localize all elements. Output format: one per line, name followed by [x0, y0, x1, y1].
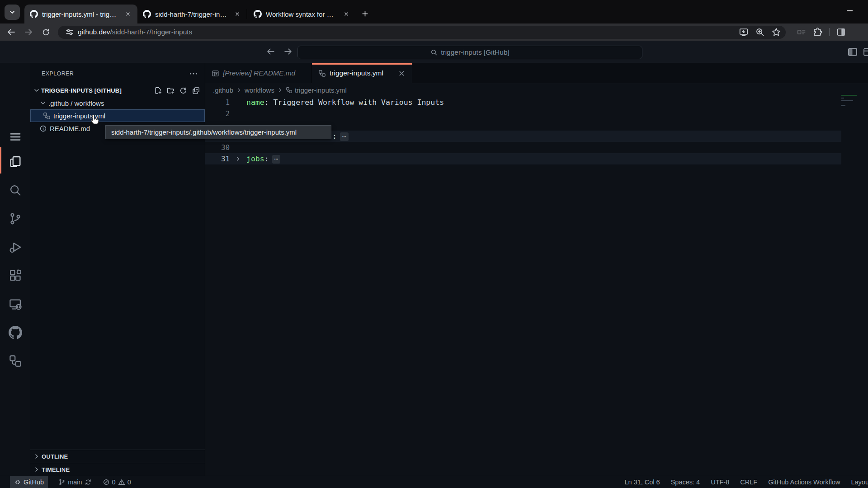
info-icon: [39, 125, 47, 132]
back-arrow-icon: [7, 28, 16, 37]
url-path: /sidd-harth-7/trigger-inputs: [110, 28, 193, 36]
minimize-icon: [847, 10, 853, 11]
outline-label: OUTLINE: [42, 453, 68, 460]
sidebar-item-github[interactable]: [0, 318, 30, 347]
refresh-icon[interactable]: [179, 86, 188, 95]
chevron-down-icon: [9, 9, 16, 16]
cursor-position[interactable]: Ln 31, Col 6: [620, 479, 664, 486]
vscode-titlebar: trigger-inputs [GitHub]: [0, 41, 868, 63]
explorer-section-header[interactable]: TRIGGER-INPUTS [GITHUB]: [30, 84, 205, 97]
explorer-header: EXPLORER: [30, 63, 205, 84]
menu-button[interactable]: [0, 127, 30, 147]
sidebar-item-explorer[interactable]: [0, 147, 30, 176]
github-favicon: [254, 10, 262, 18]
tab-search-button[interactable]: [5, 5, 20, 20]
minimap[interactable]: [841, 93, 857, 108]
hand-cursor: [89, 113, 102, 127]
editor-nav-back-button[interactable]: [266, 47, 276, 56]
workflow-file-icon: [286, 87, 292, 94]
timeline-section[interactable]: TIMELINE: [30, 463, 205, 476]
language-mode[interactable]: GitHub Actions Workflow: [764, 479, 844, 486]
close-icon: [235, 11, 240, 17]
breadcrumb-item[interactable]: trigger-inputs.yml: [295, 86, 347, 94]
sidebar-item-source-control[interactable]: [0, 204, 30, 233]
site-settings-icon: [65, 28, 74, 37]
workflow-icon: [9, 354, 22, 368]
toolbar-right-icons: [790, 27, 846, 37]
editor-tab-trigger-inputs[interactable]: trigger-inputs.yml: [312, 63, 412, 83]
tab-close-button[interactable]: [342, 10, 350, 18]
file-path-tooltip: sidd-harth-7/trigger-inputs/.github/work…: [105, 125, 331, 139]
layout-control[interactable]: Layout: [846, 479, 868, 486]
zoom-icon[interactable]: [755, 27, 765, 37]
browser-tab-title: sidd-harth-7/trigger-inputs: [155, 10, 229, 18]
address-bar[interactable]: github.dev/sidd-harth-7/trigger-inputs: [58, 26, 786, 39]
sidebar-item-github-actions[interactable]: [0, 347, 30, 375]
new-folder-icon[interactable]: [166, 86, 175, 95]
code-line-30[interactable]: 30: [205, 142, 868, 153]
tab-close-button[interactable]: [124, 10, 132, 18]
new-file-icon[interactable]: [154, 86, 162, 95]
indentation-setting[interactable]: Spaces: 4: [666, 479, 705, 486]
new-tab-button[interactable]: [359, 7, 371, 20]
tab-close-button[interactable]: [233, 10, 241, 18]
toggle-panel-layout-icon[interactable]: [847, 47, 858, 57]
warning-count: 0: [127, 479, 131, 486]
browser-tab-2[interactable]: sidd-harth-7/trigger-inputs: [137, 5, 246, 23]
sidebar-item-remote-explorer[interactable]: [0, 290, 30, 318]
install-app-icon[interactable]: [739, 27, 749, 37]
files-icon: [9, 155, 22, 169]
customize-layout-icon[interactable]: [863, 47, 868, 57]
git-branch-icon: [58, 479, 66, 486]
command-center-label: trigger-inputs [GitHub]: [441, 48, 509, 56]
outline-section[interactable]: OUTLINE: [30, 450, 205, 463]
tree-file-trigger-inputs[interactable]: trigger-inputs.yml: [30, 109, 205, 122]
branch-label: main: [68, 479, 82, 486]
browser-back-button[interactable]: [5, 26, 17, 38]
collapse-all-icon[interactable]: [192, 86, 200, 95]
folded-code-ellipsis[interactable]: ⋯: [272, 155, 281, 164]
problems-indicator[interactable]: 0 0: [99, 476, 135, 488]
sidebar-item-search[interactable]: [0, 176, 30, 204]
editor-tab-readme-preview[interactable]: [Preview] README.md: [205, 63, 312, 83]
status-bar: GitHub main 0 0 Ln 31, Col 6 Spaces: 4 U…: [0, 476, 868, 488]
remote-indicator[interactable]: GitHub: [10, 476, 48, 488]
extensions-puzzle-icon[interactable]: [813, 27, 823, 37]
tab-separator: [247, 9, 247, 19]
extensions-icon: [9, 269, 22, 282]
workflow-file-icon: [43, 112, 51, 120]
command-center-search[interactable]: trigger-inputs [GitHub]: [297, 46, 642, 59]
side-panel-icon[interactable]: [836, 27, 846, 37]
chevron-right-icon: [33, 466, 40, 473]
search-icon: [430, 49, 438, 56]
folded-code-ellipsis[interactable]: ⋯: [340, 132, 349, 141]
encoding-setting[interactable]: UTF-8: [706, 479, 734, 486]
tree-folder-github-workflows[interactable]: .github / workflows: [30, 97, 205, 109]
editor-nav-forward-button[interactable]: [283, 47, 293, 56]
back-arrow-icon: [266, 47, 275, 56]
file-label: README.md: [50, 125, 90, 132]
github-favicon: [143, 10, 151, 18]
breadcrumb-item[interactable]: .github: [213, 86, 233, 94]
browser-reload-button[interactable]: [40, 26, 52, 38]
breadcrumb-item[interactable]: workflows: [245, 86, 274, 94]
activity-bar: 1: [0, 63, 30, 476]
tab-groups-icon[interactable]: [797, 27, 807, 37]
more-actions-icon[interactable]: [189, 69, 198, 79]
sidebar-item-extensions[interactable]: [0, 261, 30, 290]
browser-forward-button[interactable]: [23, 26, 34, 38]
bookmark-star-icon[interactable]: [771, 27, 781, 37]
browser-tab-active[interactable]: trigger-inputs.yml - trigger-inp: [24, 5, 137, 23]
code-line-1[interactable]: 1 name: Triggered Workflow with Various …: [205, 97, 868, 108]
sidebar-item-run-debug[interactable]: [0, 233, 30, 261]
branch-indicator[interactable]: main: [54, 476, 95, 488]
close-icon[interactable]: [398, 70, 406, 77]
browser-tab-3[interactable]: Workflow syntax for GitHub Act: [248, 5, 355, 23]
window-minimize-button[interactable]: [844, 6, 855, 15]
yaml-colon: :: [264, 155, 269, 163]
eol-setting[interactable]: CRLF: [736, 479, 762, 486]
code-line-2[interactable]: 2: [205, 108, 868, 119]
code-line-31[interactable]: 31 jobs:⋯: [205, 153, 841, 164]
chevron-down-icon: [33, 87, 40, 94]
fold-chevron-icon[interactable]: [235, 155, 241, 162]
